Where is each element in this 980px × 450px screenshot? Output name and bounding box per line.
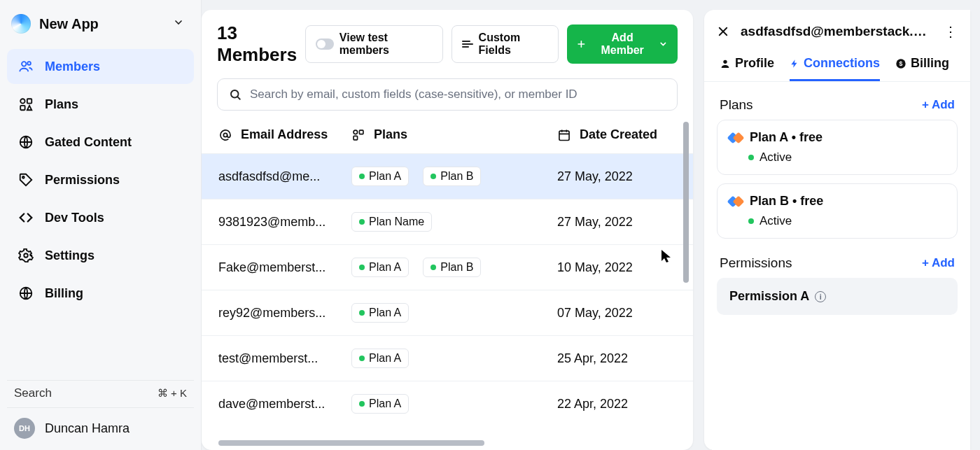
sidebar-item-label: Dev Tools xyxy=(45,211,104,225)
sidebar-nav: Members Plans Gated Content Permissions … xyxy=(7,49,194,311)
status-dot-icon xyxy=(430,265,436,270)
sidebar-item-billing[interactable]: Billing xyxy=(7,276,194,311)
sidebar-item-settings[interactable]: Settings xyxy=(7,238,194,273)
svg-point-7 xyxy=(24,253,28,258)
member-email-title: asdfasdfsd@memberstack.com xyxy=(741,24,932,39)
table-row[interactable]: test@memberst...Plan A25 Apr, 2022 xyxy=(202,335,693,381)
status-dot-icon xyxy=(359,356,365,361)
search-icon xyxy=(229,88,241,101)
plan-chip-label: Plan A xyxy=(369,307,401,319)
sidebar: New App Members Plans Gated Content Perm… xyxy=(0,0,202,450)
app-name: New App xyxy=(39,16,99,32)
plan-card-status: Active xyxy=(760,214,792,228)
sidebar-user[interactable]: DH Duncan Hamra xyxy=(7,408,194,443)
status-dot-icon xyxy=(748,155,754,160)
table-row[interactable]: 9381923@memb...Plan Name27 May, 2022 xyxy=(202,199,693,244)
people-icon xyxy=(18,59,34,74)
vertical-scrollbar[interactable] xyxy=(683,122,689,283)
plan-chip: Plan B xyxy=(423,167,481,186)
svg-point-2 xyxy=(20,99,24,103)
permission-card[interactable]: Permission Ai xyxy=(717,278,958,315)
row-email: test@memberst... xyxy=(218,351,351,366)
row-email: dave@memberst... xyxy=(218,397,351,412)
shapes-icon xyxy=(351,128,365,142)
globe-icon xyxy=(18,134,34,150)
table-row[interactable]: asdfasdfsd@me...Plan APlan B27 May, 2022 xyxy=(202,153,693,199)
list-icon xyxy=(462,41,473,48)
plan-card-status: Active xyxy=(760,150,792,164)
tag-icon xyxy=(18,172,34,188)
panel-tabs: Profile Connections $ Billing xyxy=(704,45,970,82)
sidebar-item-label: Members xyxy=(45,59,100,74)
sidebar-item-members[interactable]: Members xyxy=(7,49,194,84)
sidebar-item-dev-tools[interactable]: Dev Tools xyxy=(7,200,194,235)
table-header: Email Address Plans Date Created xyxy=(202,115,693,153)
svg-point-0 xyxy=(22,62,26,66)
row-date: 27 May, 2022 xyxy=(557,215,676,230)
row-email: 9381923@memb... xyxy=(218,215,351,230)
plan-card-name: Plan B • free xyxy=(750,194,823,209)
member-detail-panel: asdfasdfsd@memberstack.com ⋮ Profile Con… xyxy=(704,10,970,450)
kebab-icon[interactable]: ⋮ xyxy=(944,24,958,38)
svg-text:$: $ xyxy=(899,59,903,66)
svg-rect-15 xyxy=(359,130,363,134)
row-plans: Plan APlan B xyxy=(351,258,557,277)
sidebar-item-plans[interactable]: Plans xyxy=(7,87,194,122)
tab-profile[interactable]: Profile xyxy=(720,56,774,81)
status-dot-icon xyxy=(430,174,436,179)
plan-chip: Plan A xyxy=(351,303,409,323)
status-dot-icon xyxy=(359,219,365,225)
add-permission-button[interactable]: + Add xyxy=(922,256,955,270)
custom-fields-button[interactable]: Custom Fields xyxy=(451,25,559,63)
row-date: 10 May, 2022 xyxy=(557,260,676,275)
avatar: DH xyxy=(14,418,35,439)
toggle-label: View test members xyxy=(340,31,433,57)
plan-card[interactable]: Plan B • freeActive xyxy=(717,183,958,239)
row-email: Fake@memberst... xyxy=(218,260,351,275)
search-input[interactable] xyxy=(250,87,666,101)
tab-billing-label: Billing xyxy=(911,56,949,71)
view-test-members-toggle[interactable]: View test members xyxy=(305,25,442,63)
plan-chip: Plan A xyxy=(351,167,409,186)
plan-chip-label: Plan B xyxy=(440,261,473,274)
horizontal-scrollbar[interactable] xyxy=(218,440,676,447)
permission-name: Permission A xyxy=(729,289,809,304)
col-email-label: Email Address xyxy=(241,127,328,142)
status-dot-icon xyxy=(359,310,365,316)
add-plan-button[interactable]: + Add xyxy=(922,98,955,112)
memberstack-logo-icon xyxy=(729,195,743,209)
sidebar-search[interactable]: Search ⌘ + K xyxy=(7,380,194,408)
at-icon xyxy=(218,128,232,142)
permissions-section-title: Permissions xyxy=(720,255,792,271)
person-icon xyxy=(720,58,731,69)
close-icon[interactable] xyxy=(717,25,729,38)
table-row[interactable]: dave@memberst...Plan A22 Apr, 2022 xyxy=(202,381,693,426)
chevron-down-icon xyxy=(173,17,184,28)
tab-connections[interactable]: Connections xyxy=(790,56,880,81)
calendar-icon xyxy=(557,128,571,142)
search-shortcut: ⌘ + K xyxy=(158,387,187,400)
sidebar-item-gated-content[interactable]: Gated Content xyxy=(7,125,194,160)
sidebar-item-permissions[interactable]: Permissions xyxy=(7,162,194,197)
toggle-icon xyxy=(316,38,334,50)
user-name: Duncan Hamra xyxy=(45,421,130,436)
plan-chip: Plan B xyxy=(423,258,481,277)
app-switcher[interactable]: New App xyxy=(7,10,194,43)
search-label: Search xyxy=(14,386,52,400)
tab-billing[interactable]: $ Billing xyxy=(895,56,949,81)
plan-chip: Plan Name xyxy=(351,212,432,232)
add-member-button[interactable]: Add Member xyxy=(567,24,678,64)
member-search[interactable] xyxy=(217,78,678,111)
page-title: 13 Members xyxy=(217,22,297,66)
plan-card[interactable]: Plan A • freeActive xyxy=(717,120,958,175)
svg-point-6 xyxy=(22,176,24,178)
plan-card-name: Plan A • free xyxy=(750,130,822,145)
table-row[interactable]: Fake@memberst...Plan APlan B10 May, 2022 xyxy=(202,244,693,290)
sidebar-item-label: Plans xyxy=(45,97,78,112)
info-icon[interactable]: i xyxy=(815,291,826,302)
svg-point-1 xyxy=(27,62,31,65)
table-row[interactable]: rey92@members...Plan A07 May, 2022 xyxy=(202,290,693,335)
plan-chip-label: Plan B xyxy=(440,170,473,183)
plan-chip-label: Plan A xyxy=(369,398,401,410)
row-plans: Plan A xyxy=(351,349,557,368)
